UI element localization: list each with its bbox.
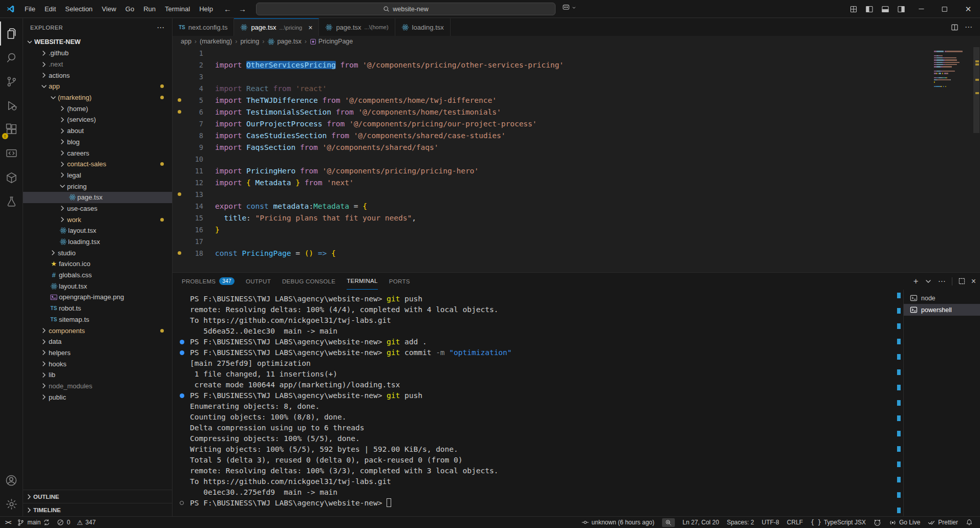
- code-line-12[interactable]: 12import { Metadata } from 'next': [173, 177, 980, 188]
- code-line-9[interactable]: 9import FaqsSection from '@/components/s…: [173, 141, 980, 153]
- settings-icon[interactable]: [0, 492, 23, 516]
- tree-item-opengraph-image-png[interactable]: opengraph-image.png: [23, 292, 172, 303]
- tree-item-data[interactable]: data: [23, 336, 172, 347]
- tree-item-loading-tsx[interactable]: loading.tsx: [23, 236, 172, 248]
- code-line-4[interactable]: 4import React from 'react': [173, 82, 980, 94]
- status-eol[interactable]: CRLF: [787, 519, 803, 526]
- tree-root-website-new[interactable]: WEBSITE-NEW: [23, 36, 172, 48]
- account-icon[interactable]: [0, 468, 23, 492]
- tree-item-page-tsx[interactable]: page.tsx: [23, 192, 172, 203]
- status-errors[interactable]: 0: [57, 519, 70, 526]
- panel-tab-terminal[interactable]: TERMINAL: [347, 273, 378, 290]
- tab-next-config-ts[interactable]: TSnext.config.ts: [173, 18, 234, 36]
- tree-item-actions[interactable]: actions: [23, 70, 172, 81]
- code-line-11[interactable]: 11import PricingHero from '@/components/…: [173, 165, 980, 177]
- tree-item-app[interactable]: app: [23, 81, 172, 92]
- tree-item-public[interactable]: public: [23, 391, 172, 403]
- tree-item-globals-css[interactable]: #globals.css: [23, 270, 172, 281]
- breadcrumb-page-tsx[interactable]: page.tsx: [267, 38, 301, 46]
- toggle-primary-sidebar-icon[interactable]: [863, 3, 876, 15]
- code-line-6[interactable]: 6import TestimonialsSection from '@/comp…: [173, 106, 980, 118]
- explorer-more-actions-icon[interactable]: ⋯: [157, 23, 165, 32]
- tree-item-studio[interactable]: studio: [23, 247, 172, 258]
- editor-scrollbar[interactable]: [973, 47, 980, 272]
- code-line-2[interactable]: 2import OtherServicesPricing from '@/com…: [173, 59, 980, 71]
- extensions-icon[interactable]: !: [0, 118, 23, 142]
- menu-go[interactable]: Go: [121, 0, 139, 18]
- status-language-mode[interactable]: { }TypeScript JSX: [811, 519, 866, 526]
- tree-item-sitemap-ts[interactable]: TSsitemap.ts: [23, 314, 172, 325]
- menu-help[interactable]: Help: [195, 0, 218, 18]
- status-zoom-control[interactable]: [662, 518, 675, 527]
- breadcrumb-marketing[interactable]: (marketing): [200, 38, 232, 45]
- window-minimize-button[interactable]: [909, 0, 933, 18]
- status-indentation[interactable]: Spaces: 2: [727, 519, 754, 526]
- code-line-18[interactable]: 18const PricingPage = () => {: [173, 247, 980, 259]
- terminal-instance-node[interactable]: node: [904, 292, 980, 304]
- tree-item-layout-tsx[interactable]: layout.tsx: [23, 280, 172, 292]
- code-line-3[interactable]: 3: [173, 71, 980, 82]
- status-warnings[interactable]: ⚠347: [77, 519, 96, 526]
- code-line-10[interactable]: 10: [173, 153, 980, 165]
- terminal[interactable]: PS F:\BUSINESS\TWJ LABS\agency\website-n…: [173, 290, 896, 516]
- status-remote[interactable]: ><: [5, 519, 10, 526]
- code-line-16[interactable]: 16}: [173, 224, 980, 235]
- maximize-panel-icon[interactable]: [958, 277, 966, 285]
- status-go-live[interactable]: Go Live: [889, 519, 920, 526]
- menu-view[interactable]: View: [97, 0, 121, 18]
- command-center-search[interactable]: website-new: [256, 3, 556, 15]
- tree-item-blog[interactable]: blog: [23, 137, 172, 148]
- panel-tab-ports[interactable]: PORTS: [389, 273, 410, 290]
- history-forward-icon[interactable]: →: [239, 5, 246, 13]
- remote-explorer-icon[interactable]: [0, 142, 23, 166]
- panel-tab-debug-console[interactable]: DEBUG CONSOLE: [282, 273, 335, 290]
- testing-icon[interactable]: [0, 190, 23, 214]
- tree-item-hooks[interactable]: hooks: [23, 358, 172, 369]
- menu-terminal[interactable]: Terminal: [160, 0, 195, 18]
- menu-file[interactable]: File: [20, 0, 40, 18]
- tree-item-use-cases[interactable]: use-cases: [23, 203, 172, 214]
- editor-more-actions-icon[interactable]: ⋯: [965, 23, 973, 32]
- run-debug-icon[interactable]: [0, 94, 23, 118]
- status-branch[interactable]: main: [17, 519, 50, 526]
- menu-run[interactable]: Run: [139, 0, 160, 18]
- status-github[interactable]: [874, 519, 881, 526]
- close-icon[interactable]: ×: [308, 24, 312, 32]
- tab-loading-tsx[interactable]: loading.tsx: [395, 18, 451, 36]
- toggle-panel-icon[interactable]: [879, 3, 891, 15]
- section-outline[interactable]: OUTLINE: [23, 490, 172, 503]
- code-line-15[interactable]: 15 title: "Pricing plans that fit your n…: [173, 212, 980, 224]
- status-encoding[interactable]: UTF-8: [762, 519, 779, 526]
- terminal-profile-dropdown-icon[interactable]: [924, 277, 932, 285]
- tree-item-github[interactable]: .github: [23, 48, 172, 59]
- copilot-menu-icon[interactable]: [562, 4, 577, 11]
- code-line-8[interactable]: 8import CaseStudiesSection from '@/compo…: [173, 129, 980, 141]
- panel-tab-output[interactable]: OUTPUT: [246, 273, 271, 290]
- code-line-1[interactable]: 1: [173, 47, 980, 59]
- tree-item-marketing[interactable]: (marketing): [23, 92, 172, 103]
- window-close-button[interactable]: ✕: [956, 0, 980, 18]
- status-commit-info[interactable]: unknown (6 hours ago): [582, 519, 654, 526]
- code-editor[interactable]: 12import OtherServicesPricing from '@/co…: [173, 47, 980, 272]
- status-notifications[interactable]: [966, 519, 973, 526]
- breadcrumb-pricing[interactable]: pricing: [240, 38, 259, 45]
- minimap[interactable]: [934, 49, 971, 88]
- breadcrumb-pricingpage[interactable]: PricingPage: [310, 38, 353, 45]
- source-control-icon[interactable]: [0, 70, 23, 94]
- history-back-icon[interactable]: ←: [224, 5, 231, 13]
- panel-more-actions-icon[interactable]: ⋯: [938, 277, 946, 286]
- split-editor-icon[interactable]: [951, 24, 958, 31]
- close-panel-icon[interactable]: ×: [971, 277, 976, 285]
- code-line-14[interactable]: 14export const metadata:Metadata = {: [173, 200, 980, 212]
- tree-item-next[interactable]: .next: [23, 59, 172, 70]
- menu-selection[interactable]: Selection: [60, 0, 97, 18]
- tree-item-pricing[interactable]: pricing: [23, 181, 172, 192]
- tab-page-tsx-pricing[interactable]: page.tsx...\pricing×: [234, 18, 319, 36]
- status-prettier[interactable]: Prettier: [928, 519, 958, 526]
- tree-item-services[interactable]: (services): [23, 114, 172, 125]
- new-terminal-icon[interactable]: +: [913, 277, 919, 285]
- tree-item-layout-tsx[interactable]: layout.tsx: [23, 225, 172, 236]
- panel-tab-problems[interactable]: PROBLEMS347: [182, 273, 235, 290]
- tree-item-robot-ts[interactable]: TSrobot.ts: [23, 303, 172, 314]
- terminal-line[interactable]: PS F:\BUSINESS\TWJ LABS\agency\website-n…: [190, 498, 896, 509]
